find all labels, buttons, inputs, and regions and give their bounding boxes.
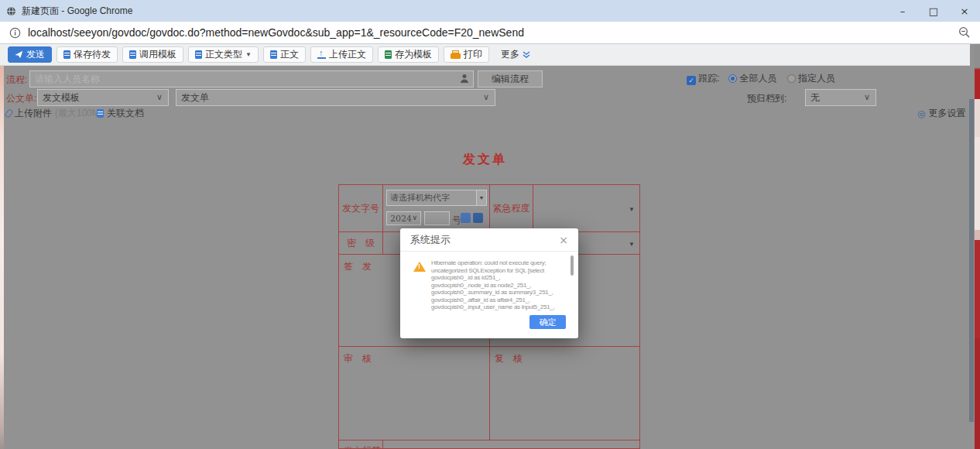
window-titlebar: 新建页面 - Google Chrome – □ × xyxy=(0,0,980,22)
dialog-body: Hibernate operation: could not execute q… xyxy=(400,252,578,311)
person-picker-icon[interactable] xyxy=(460,74,469,84)
system-prompt-dialog: 系统提示 × Hibernate operation: could not ex… xyxy=(400,228,578,338)
prearchive-label: 预归档到: xyxy=(747,92,786,105)
review-label: 审 核 xyxy=(344,352,372,365)
dialog-title: 系统提示 xyxy=(410,233,451,247)
caret-down-icon: ▼ xyxy=(629,206,635,213)
dialog-scrollbar-thumb[interactable] xyxy=(571,255,574,276)
chevron-down-icon: ∨ xyxy=(412,214,417,221)
process-label: 流程: xyxy=(6,74,27,87)
window-title: 新建页面 - Google Chrome xyxy=(22,5,132,18)
caret-down-icon: ▼ xyxy=(629,241,635,248)
doc-save-as-template-icon xyxy=(385,50,392,59)
page-info-icon[interactable] xyxy=(9,27,21,39)
save-as-template-button[interactable]: 存为模板 xyxy=(378,46,439,63)
related-doc-icon xyxy=(97,109,104,118)
secrecy-label-cell: 密 级 xyxy=(339,232,383,255)
track-assigned-label: 指定人员 xyxy=(798,73,835,84)
doc-title-input-cell[interactable] xyxy=(383,440,640,449)
doc-save-icon xyxy=(63,50,70,59)
process-input[interactable] xyxy=(29,70,474,87)
doc-icon xyxy=(270,50,277,59)
upload-body-button[interactable]: 上传正文 xyxy=(310,46,373,63)
gear-icon: ◎ xyxy=(917,108,925,119)
doc-number-label-cell: 发文字号 xyxy=(339,185,383,232)
org-code-select[interactable]: 请选择机构代字 ▼ xyxy=(386,190,487,206)
review-cell[interactable]: 审 核 xyxy=(339,347,490,440)
page-scrollbar-thumb[interactable] xyxy=(969,99,974,422)
doc-title-label: 发文标题 xyxy=(344,444,381,449)
paperclip-icon xyxy=(4,108,13,118)
urgency-label: 紧急程度 xyxy=(490,185,533,231)
url-text[interactable]: localhost/seeyon/govdoc/govdoc.do?method… xyxy=(28,26,958,39)
page-content: 发送 保存待发 调用模板 正文类型 ▼ 正文 上传正文 存为模板 xyxy=(0,44,980,449)
printer-icon xyxy=(451,50,461,59)
secrecy-label: 密 级 xyxy=(339,232,382,254)
upload-icon xyxy=(317,50,326,59)
use-template-button[interactable]: 调用模板 xyxy=(122,46,183,63)
year-select[interactable]: 2024 ∨ xyxy=(386,211,421,225)
upload-attachment-link[interactable]: 上传附件(最大100M) xyxy=(6,107,103,120)
page-favicon-globe-icon xyxy=(6,6,16,16)
edit-flow-button[interactable]: 编辑流程 xyxy=(478,70,543,87)
paper-plane-icon xyxy=(15,50,23,59)
url-bar[interactable]: localhost/seeyon/govdoc/govdoc.do?method… xyxy=(0,22,980,44)
select-number-icon[interactable] xyxy=(461,213,471,223)
body-button[interactable]: 正文 xyxy=(263,46,306,63)
prearchive-select[interactable]: 无 ∨ xyxy=(805,89,876,106)
govdoc-toolbar: 发送 保存待发 调用模板 正文类型 ▼ 正文 上传正文 存为模板 xyxy=(0,44,970,66)
body-type-dropdown-button[interactable]: 正文类型 ▼ xyxy=(188,46,259,63)
print-button[interactable]: 打印 xyxy=(444,46,489,63)
more-button[interactable]: 更多 xyxy=(494,46,537,63)
save-pending-button[interactable]: 保存待发 xyxy=(57,46,118,63)
doc-template-icon xyxy=(129,50,136,59)
track-options: ✓ 跟踪: 全部人员 指定人员 xyxy=(687,72,835,85)
track-assigned-radio[interactable] xyxy=(787,74,796,83)
dialog-header: 系统提示 × xyxy=(400,228,578,252)
window-controls: – □ × xyxy=(887,0,980,22)
caret-down-icon: ▼ xyxy=(476,190,486,205)
sign-label: 签 发 xyxy=(344,260,372,273)
right-wallpaper-strip xyxy=(975,44,980,449)
dialog-footer: 确定 xyxy=(400,311,578,338)
left-wallpaper-strip xyxy=(0,66,4,449)
doc-number-label: 发文字号 xyxy=(339,185,382,231)
chevron-down-icon: ∨ xyxy=(483,92,489,102)
track-label: 跟踪: xyxy=(698,73,719,84)
urgency-select-cell[interactable]: ▼ xyxy=(533,185,640,232)
close-button[interactable]: × xyxy=(949,0,980,22)
zoom-out-icon[interactable] xyxy=(958,26,971,39)
track-all-label: 全部人员 xyxy=(739,73,776,84)
template-select[interactable]: 发文模板 ∨ xyxy=(37,89,169,106)
error-message: Hibernate operation: could not execute q… xyxy=(431,259,569,311)
more-settings-link[interactable]: ◎ 更多设置 xyxy=(917,107,965,120)
doc-number-input-cell: 请选择机构代字 ▼ 2024 ∨ 号 xyxy=(383,185,490,232)
double-chevron-down-icon xyxy=(523,51,530,58)
maximize-button[interactable]: □ xyxy=(918,0,949,22)
doc-form-label: 公文单: xyxy=(6,92,36,105)
doc-type-icon xyxy=(195,50,202,59)
caret-down-icon: ▼ xyxy=(245,51,252,58)
send-button[interactable]: 发送 xyxy=(8,46,52,63)
check-number-icon[interactable] xyxy=(473,213,483,223)
dialog-close-icon[interactable]: × xyxy=(559,234,568,246)
related-doc-link[interactable]: 关联文档 xyxy=(97,107,144,120)
warning-icon xyxy=(413,262,426,272)
doc-sheet-title: 发文单 xyxy=(0,152,970,168)
recheck-label: 复 核 xyxy=(495,352,523,365)
number-input[interactable] xyxy=(424,211,450,225)
ok-button[interactable]: 确定 xyxy=(529,315,566,329)
urgency-label-cell: 紧急程度 xyxy=(490,185,533,232)
minimize-button[interactable]: – xyxy=(887,0,918,22)
doc-title-label-cell: 发文标题 xyxy=(339,440,383,449)
chevron-down-icon: ∨ xyxy=(156,92,163,102)
chevron-down-icon: ∨ xyxy=(864,92,870,102)
track-checkbox[interactable]: ✓ xyxy=(687,76,696,85)
track-all-radio[interactable] xyxy=(728,74,737,83)
recheck-cell[interactable]: 复 核 xyxy=(490,347,640,440)
form-select[interactable]: 发文单 ∨ xyxy=(176,89,495,106)
